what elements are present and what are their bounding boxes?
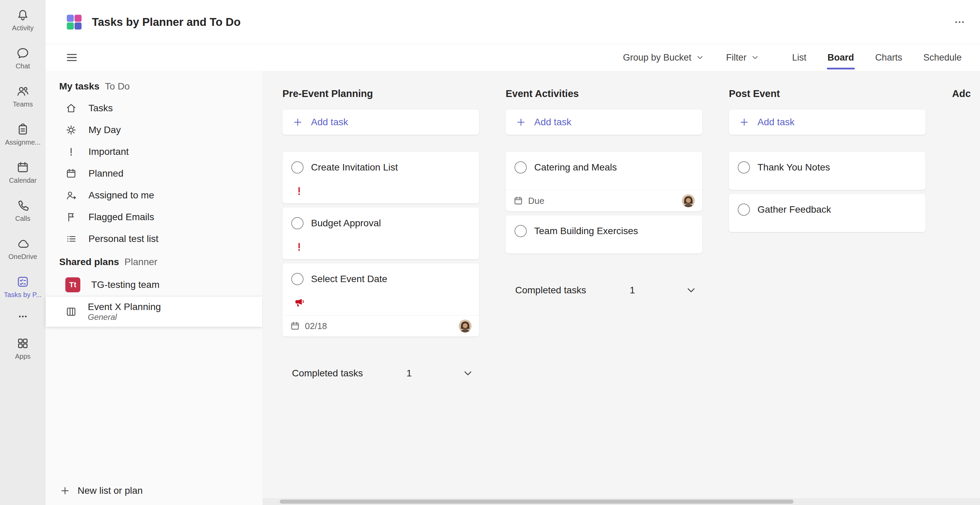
sidebar-item-planned[interactable]: Planned [46,162,262,185]
assignee-avatar[interactable] [459,320,472,333]
new-list-or-plan-button[interactable]: New list or plan [60,485,143,496]
priority-row [291,297,470,308]
complete-task-circle[interactable] [514,225,527,237]
complete-task-circle[interactable] [291,217,304,229]
complete-task-circle[interactable] [514,161,527,174]
complete-task-circle[interactable] [291,273,304,285]
rail-item-label: Calendar [9,177,37,185]
priority-row [291,241,470,253]
add-task-label: Add task [311,117,348,127]
rail-item-label: Activity [12,24,33,32]
task-card[interactable]: Select Event Date 02/18 [282,263,479,336]
add-task-button[interactable]: Add task [282,110,479,135]
task-title: Team Building Exercises [534,226,638,236]
horizontal-scrollbar-thumb[interactable] [280,500,794,503]
header-more-options-icon[interactable] [953,15,966,29]
menu-hamburger-icon[interactable] [65,51,78,64]
sidebar-item-assigned-to-me[interactable]: Assigned to me [46,185,262,206]
rail-item-label: Calls [15,215,30,223]
rail-item-chat[interactable]: Chat [0,46,46,70]
task-title: Create Invitation List [311,162,398,173]
sidebar-item-personal-test-list[interactable]: Personal test list [46,228,262,250]
group-by-label: Group by Bucket [623,53,692,63]
sidebar-item-label: Tasks [89,103,113,114]
task-card[interactable]: Budget Approval [282,207,479,259]
completed-tasks-toggle[interactable]: Completed tasks 1 [506,285,696,296]
sidebar-item-my-day[interactable]: My Day [46,119,262,141]
add-task-button[interactable]: Add task [506,110,702,135]
rail-item-label: Apps [15,352,30,360]
content-area: My tasks To Do Tasks My Day [46,71,980,505]
my-tasks-subtitle: To Do [105,81,130,92]
sidebar-item-flagged-emails[interactable]: Flagged Emails [46,206,262,228]
complete-task-circle[interactable] [738,161,750,174]
filter-label: Filter [726,53,746,63]
add-bucket-button[interactable]: Adc [952,88,971,505]
flag-icon [65,211,77,223]
important-priority-icon [293,185,305,197]
sidebar-item-event-x-planning[interactable]: Event X Planning General [46,297,262,327]
rail-item-apps[interactable]: Apps [0,336,46,360]
horizontal-scrollbar-track[interactable] [263,498,980,505]
team-avatar: Tt [65,277,80,292]
bucket-column-pre-event-planning: Pre-Event Planning Add task Create Invit… [282,88,479,505]
rail-item-activity[interactable]: Activity [0,8,46,32]
add-task-label: Add task [757,117,795,127]
rail-item-tasks-by-planner[interactable]: Tasks by P... [0,275,46,299]
assignee-avatar[interactable] [682,194,695,207]
rail-item-onedrive[interactable]: OneDrive [0,237,46,261]
task-card[interactable]: Catering and Meals Due [506,152,702,211]
rail-item-label: OneDrive [8,253,37,261]
apps-grid-icon [16,336,30,350]
group-by-dropdown[interactable]: Group by Bucket [623,53,704,63]
task-card[interactable]: Team Building Exercises [506,215,702,253]
complete-task-circle[interactable] [738,204,750,216]
sidebar-item-important[interactable]: Important [46,141,262,162]
kanban-board: Pre-Event Planning Add task Create Invit… [263,71,980,505]
sidebar-item-tg-testing-team[interactable]: Tt TG-testing team [46,273,262,297]
task-card[interactable]: Thank You Notes [729,152,926,190]
rail-item-more[interactable] [0,310,46,326]
teams-app-window: Activity Chat Teams Assignme... Calendar [0,0,980,505]
page-title: Tasks by Planner and To Do [92,16,240,29]
plus-icon [739,117,749,127]
card-list: Thank You Notes Gather Feedback [729,152,926,232]
card-main: Create Invitation List [282,152,479,204]
assignments-icon [16,123,30,136]
filter-dropdown[interactable]: Filter [726,53,759,63]
task-card[interactable]: Gather Feedback [729,194,926,232]
tab-list[interactable]: List [791,44,807,71]
toolbar-right-group: Group by Bucket Filter List Board Charts… [623,44,962,71]
bucket-column-event-activities: Event Activities Add task Catering and M… [506,88,702,505]
bucket-column-post-event: Post Event Add task Thank You Notes [729,88,926,505]
tab-label: List [792,53,807,63]
tab-charts[interactable]: Charts [875,44,903,71]
card-main: Select Event Date [282,263,479,315]
task-card[interactable]: Create Invitation List [282,152,479,204]
tab-label: Charts [875,53,902,63]
due-date-text: Due [528,196,544,206]
chat-icon [16,46,30,60]
completed-tasks-count: 1 [406,368,412,379]
rail-item-calendar[interactable]: Calendar [0,161,46,185]
bucket-title: Event Activities [506,88,702,99]
rail-item-assignments[interactable]: Assignme... [0,123,46,147]
rail-item-teams[interactable]: Teams [0,84,46,108]
rail-item-label: Assignme... [5,139,40,147]
teams-people-icon [16,84,30,98]
rail-item-label: Tasks by P... [4,291,42,299]
calendar-icon [65,168,77,179]
tab-schedule[interactable]: Schedule [923,44,962,71]
sidebar-item-label: My Day [89,124,121,135]
sidebar-item-tasks[interactable]: Tasks [46,97,262,119]
due-date-calendar-icon [513,196,523,206]
tab-board[interactable]: Board [827,44,855,71]
activity-bell-icon [16,8,30,22]
chevron-down-icon [696,54,704,61]
add-task-button[interactable]: Add task [729,110,926,135]
card-list: Create Invitation List [282,152,479,336]
rail-item-calls[interactable]: Calls [0,199,46,223]
completed-tasks-toggle[interactable]: Completed tasks 1 [282,368,473,379]
sidebar-item-label: Important [89,147,129,157]
complete-task-circle[interactable] [291,161,304,174]
